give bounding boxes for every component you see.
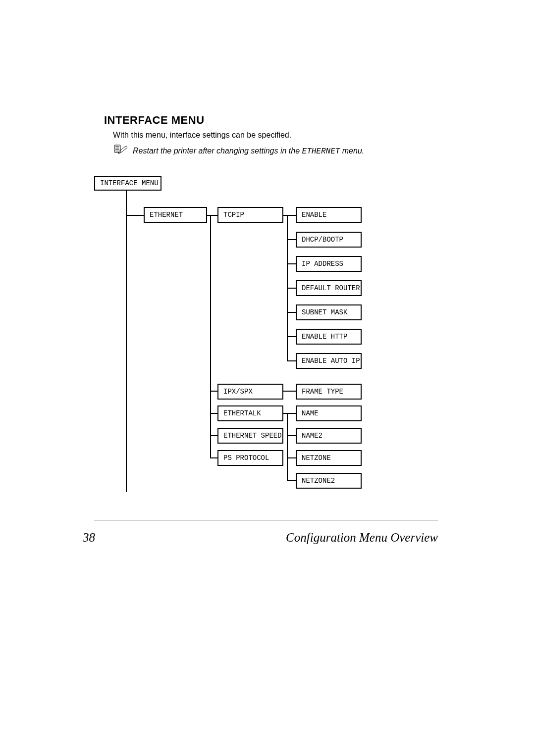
menu-ps-box: PS PROTOCOL: [217, 450, 283, 466]
connector-h: [283, 215, 296, 216]
intro-text: With this menu, interface settings can b…: [113, 131, 291, 140]
connector-h: [210, 413, 217, 414]
menu-enable-box: ENABLE: [296, 207, 362, 223]
menu-name-box: NAME: [296, 405, 362, 421]
note-mono: ETHERNET: [302, 147, 340, 156]
connector-h: [210, 391, 217, 392]
connector-h: [287, 263, 296, 264]
menu-name2-box: NAME2: [296, 428, 362, 444]
connector-h: [126, 215, 144, 216]
menu-ip-box: IP ADDRESS: [296, 256, 362, 272]
menu-subnet-box: SUBNET MASK: [296, 304, 362, 320]
menu-root-box: INTERFACE MENU: [94, 176, 161, 191]
menu-ethernet-box: ETHERNET: [144, 207, 207, 223]
connector-v: [287, 413, 288, 481]
menu-frame-box: FRAME TYPE: [296, 384, 362, 400]
svg-rect-0: [114, 145, 120, 152]
menu-speed-box: ETHERNET SPEED: [217, 428, 283, 444]
menu-tcpip-box: TCPIP: [217, 207, 283, 223]
menu-autoip-box: ENABLE AUTO IP: [296, 353, 362, 369]
connector-h: [207, 215, 217, 216]
menu-router-box: DEFAULT ROUTER: [296, 280, 362, 296]
note-prefix: Restart the printer after changing setti…: [133, 147, 302, 155]
footer-title: Configuration Menu Overview: [286, 531, 438, 545]
menu-dhcp-box: DHCP/BOOTP: [296, 232, 362, 248]
connector-h: [210, 457, 217, 458]
connector-h: [287, 435, 296, 436]
note-suffix: menu.: [340, 147, 364, 155]
menu-http-box: ENABLE HTTP: [296, 329, 362, 345]
connector-v: [210, 215, 211, 458]
menu-netzone2-box: NETZONE2: [296, 473, 362, 489]
page: INTERFACE MENU With this menu, interface…: [0, 0, 535, 756]
connector-h: [287, 336, 296, 337]
note-text: Restart the printer after changing setti…: [133, 147, 364, 156]
connector-h: [283, 391, 296, 392]
connector-h: [287, 239, 296, 240]
connector-v: [126, 191, 127, 492]
connector-h: [287, 360, 296, 361]
note-icon: [113, 144, 128, 154]
connector-h: [287, 457, 296, 458]
section-heading: INTERFACE MENU: [104, 114, 205, 127]
connector-h: [287, 480, 296, 481]
connector-h: [283, 413, 296, 414]
menu-ethertalk-box: ETHERTALK: [217, 405, 283, 421]
page-number: 38: [83, 531, 95, 545]
connector-h: [287, 288, 296, 289]
menu-netzone-box: NETZONE: [296, 450, 362, 466]
menu-ipxspx-box: IPX/SPX: [217, 384, 283, 400]
footer-rule: [94, 520, 438, 520]
connector-h: [287, 312, 296, 313]
connector-h: [210, 435, 217, 436]
